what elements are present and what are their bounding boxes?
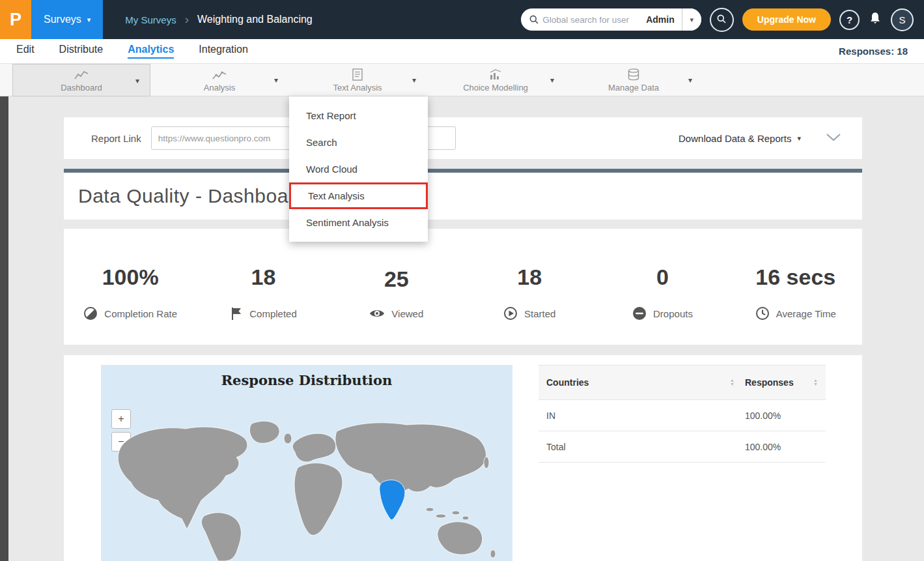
subtab-label: Analysis [204,83,235,93]
stat-label: Completed [249,308,297,319]
menu-item-word-cloud[interactable]: Word Cloud [289,156,428,182]
stat-value: 18 [517,265,542,290]
new-zealand [490,550,496,558]
response-distribution-map: Response Distribution + − [101,365,512,561]
questionpro-logo[interactable]: P [0,0,31,39]
left-edge-strip [0,64,8,561]
chevron-down-icon[interactable]: ▾ [135,76,139,85]
island [462,516,469,520]
breadcrumb-my-surveys[interactable]: My Surveys [125,14,176,25]
stat-value: 16 secs [755,265,835,290]
eye-icon [369,308,385,319]
subtab-choice-modelling[interactable]: Choice Modelling ▾ [427,64,565,96]
chevron-down-icon[interactable]: ▾ [688,76,692,85]
responses-header-label: Responses [745,377,794,388]
table-row: Total 100.00% [539,431,826,463]
chevron-down-icon [826,133,841,143]
line-chart-icon [74,68,89,81]
stat-average-time: 16 secs Average Time [729,229,862,345]
stat-value: 0 [656,265,669,290]
play-circle-icon [503,306,518,321]
countries-header[interactable]: Countries ▲▼ [546,377,745,388]
menu-item-text-report[interactable]: Text Report [289,102,428,129]
page-title-card: Data Quality - Dashboard [64,173,862,220]
subtab-manage-data[interactable]: Manage Data ▾ [565,64,703,96]
greenland [249,421,279,443]
search-button[interactable] [710,8,734,32]
sort-icon[interactable]: ▲▼ [813,379,818,386]
menu-item-sentiment-analysis[interactable]: Sentiment Analysis [289,209,428,236]
table-row: IN 100.00% [539,400,826,431]
survey-navbar: Edit Distribute Analytics Integration Re… [0,39,924,64]
chevron-down-icon: ▾ [87,16,91,23]
tab-integration[interactable]: Integration [199,44,248,59]
chevron-down-icon[interactable]: ▾ [550,76,554,85]
subtab-analysis[interactable]: Analysis ▾ [150,64,288,96]
tab-edit[interactable]: Edit [16,44,35,59]
subtab-dashboard[interactable]: Dashboard ▾ [12,64,150,96]
global-search-input[interactable] [542,15,639,25]
sort-icon[interactable]: ▲▼ [730,379,735,386]
bell-icon [868,11,882,28]
search-scope-label: Admin [639,14,682,25]
trend-chart-icon [212,68,227,81]
island [452,511,460,515]
world-map[interactable] [101,417,512,561]
stat-label: Average Time [776,308,836,319]
responses-cell: 100.00% [745,410,818,421]
menu-item-search[interactable]: Search [289,129,428,156]
avatar[interactable]: S [891,8,914,31]
subtab-label: Dashboard [61,83,102,93]
contrast-icon [83,306,98,321]
search-scope-dropdown[interactable]: ▾ [682,8,701,31]
subtab-text-analysis[interactable]: Text Analysis ▾ [288,64,427,96]
tab-analytics[interactable]: Analytics [128,44,174,59]
response-distribution-card: Response Distribution + − [64,355,862,561]
clock-icon [755,306,770,321]
continent-africa [294,463,343,536]
chevron-down-icon[interactable]: ▾ [412,76,416,85]
download-data-reports-button[interactable]: Download Data & Reports ▾ [679,133,801,144]
breadcrumb-survey-name: Weighting and Balancing [197,14,313,25]
search-icon [521,14,542,25]
logo-letter: P [10,10,21,30]
responses-header[interactable]: Responses ▲▼ [745,377,818,388]
help-button[interactable]: ? [839,10,860,30]
stat-value: 100% [102,265,159,290]
chevron-down-icon[interactable]: ▾ [274,76,278,85]
upgrade-now-button[interactable]: Upgrade Now [742,8,831,31]
subtab-label: Text Analysis [333,83,382,93]
japan [484,457,489,468]
surveys-product-menu[interactable]: Surveys ▾ [31,0,103,39]
table-header: Countries ▲▼ Responses ▲▼ [539,365,826,400]
report-link-label: Report Link [91,133,141,144]
subtab-label: Choice Modelling [463,83,528,93]
countries-header-label: Countries [546,377,589,388]
document-icon [352,68,363,81]
database-icon [628,68,639,81]
stat-value: 18 [251,265,276,290]
stat-completed: 18 Completed [197,229,329,345]
menu-item-text-analysis[interactable]: Text Analysis [289,182,428,209]
collapse-panel-button[interactable] [826,133,841,143]
map-title: Response Distribution [101,372,512,388]
topbar: P Surveys ▾ My Surveys › Weighting and B… [0,0,924,39]
stat-viewed: 25 Viewed [330,229,463,345]
stat-value: 25 [384,266,409,292]
continent-europe [292,433,336,462]
responses-count: Responses: 18 [839,46,908,57]
continent-asia [335,423,486,493]
stat-label: Dropouts [653,308,693,319]
survey-stats: 100% Completion Rate 18 Completed 25 [64,229,862,345]
country-cell: Total [546,442,745,452]
global-search: Admin ▾ [521,8,701,31]
chevron-down-icon: ▾ [797,134,801,143]
island [436,514,446,518]
analytics-toolbar: Dashboard ▾ Analysis ▾ Text Analysis ▾ C… [0,64,924,96]
question-mark-icon: ? [847,14,852,25]
notifications-button[interactable] [868,11,882,28]
minus-circle-icon [632,306,647,321]
tab-distribute[interactable]: Distribute [59,44,104,59]
questionpro-app: P Surveys ▾ My Surveys › Weighting and B… [0,0,924,561]
flag-icon [230,306,243,321]
